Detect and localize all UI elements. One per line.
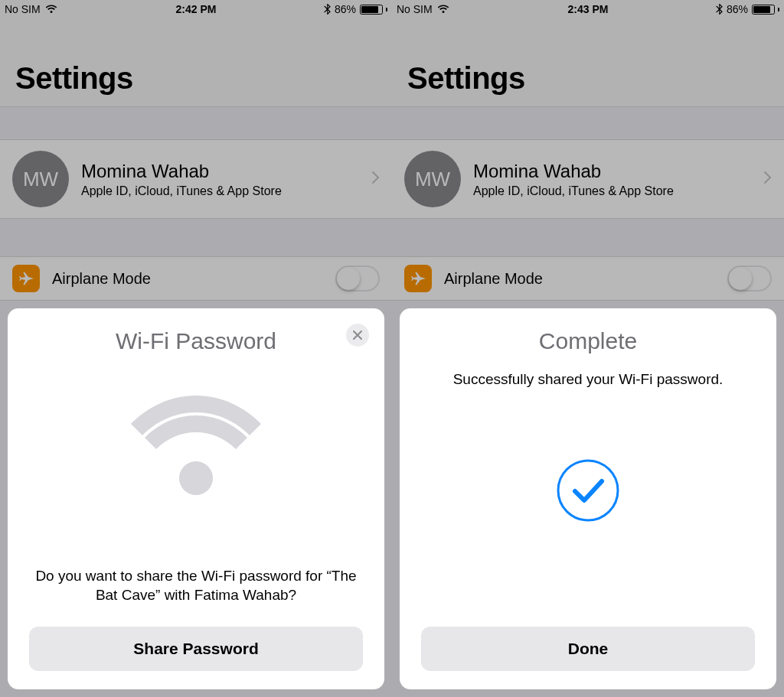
screen-right: No SIM 2:43 PM 86% Settings MW Momina Wa… (392, 0, 784, 697)
sheet-title: Wi-Fi Password (116, 328, 276, 354)
share-sheet: Wi-Fi Password Do you want to share the … (8, 308, 384, 689)
svg-point-0 (558, 461, 618, 520)
done-button[interactable]: Done (421, 627, 755, 671)
share-password-button[interactable]: Share Password (29, 627, 363, 671)
complete-sheet: Complete Successfully shared your Wi-Fi … (400, 308, 776, 689)
screen-left: No SIM 2:42 PM 86% Settings MW Momina Wa… (0, 0, 392, 697)
sheet-prompt: Do you want to share the Wi-Fi password … (29, 566, 363, 605)
checkmark-icon (556, 458, 620, 526)
sheet-title: Complete (539, 328, 637, 354)
wifi-large-icon (119, 388, 273, 506)
close-button[interactable] (346, 324, 369, 347)
sheet-message: Successfully shared your Wi-Fi password. (453, 370, 724, 389)
